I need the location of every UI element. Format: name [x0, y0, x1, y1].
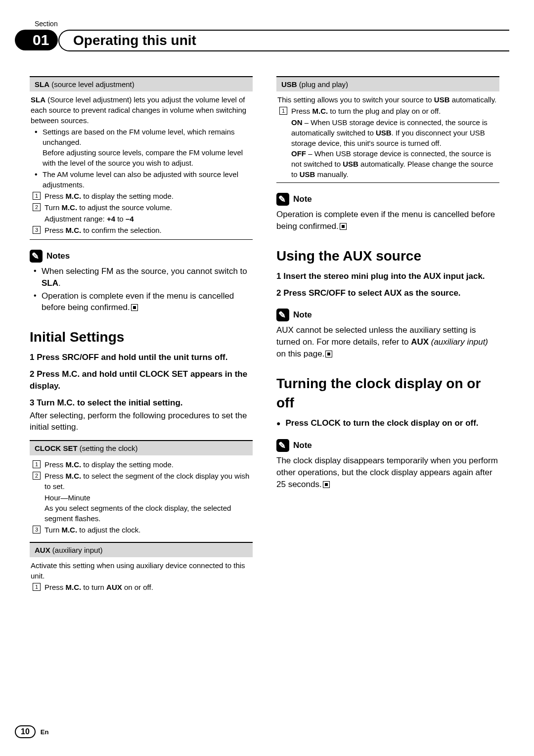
usb-off: OFF – When USB storage device is connect…	[277, 148, 498, 179]
t: Operation is complete even if the menu i…	[42, 291, 234, 312]
initial-step-3-after: After selecting, perform the following p…	[30, 410, 253, 434]
t: USB	[376, 129, 392, 137]
end-mark-icon	[323, 481, 330, 488]
initial-settings-heading: Initial Settings	[30, 327, 253, 347]
t: M.C.	[66, 460, 82, 469]
sla-b1-b: Before adjusting source levels, compare …	[43, 148, 243, 167]
t: OFF	[291, 149, 306, 158]
pencil-icon	[30, 250, 43, 263]
t: Turn	[44, 526, 61, 534]
t: manually.	[315, 170, 348, 178]
note3-heading: Note	[276, 439, 499, 452]
t: to display the setting mode.	[81, 192, 174, 200]
t: on or off.	[122, 583, 153, 591]
step-num-1: 1	[279, 107, 287, 115]
aux-step-1: 1Press M.C. to turn AUX on or off.	[31, 582, 252, 592]
t: to confirm the selection.	[81, 226, 162, 234]
t: to adjust the clock.	[77, 526, 140, 534]
t: Press	[44, 192, 66, 200]
note2-title: Note	[293, 309, 312, 321]
t: USB	[343, 160, 358, 168]
t: AUX	[106, 583, 122, 591]
t: .	[58, 278, 61, 288]
t: +4	[107, 215, 115, 223]
t: ON	[291, 118, 303, 127]
t: The clock display disappears temporarily…	[276, 456, 498, 489]
clock-step-1: 1Press M.C. to display the setting mode.	[31, 459, 252, 470]
step-num-1: 1	[33, 192, 41, 200]
sla-bullet-1: Settings are based on the FM volume leve…	[31, 127, 252, 168]
t: M.C.	[66, 472, 82, 480]
sla-body: SLA (Source level adjustment) lets you a…	[30, 91, 253, 240]
t: –4	[126, 215, 134, 223]
sla-step-1: 1Press M.C. to display the setting mode.	[31, 191, 252, 201]
t: M.C.	[66, 192, 82, 200]
section-label: Section	[30, 20, 499, 28]
t: to turn	[81, 583, 106, 591]
clock-step-2-hm: Hour—Minute	[31, 492, 252, 503]
aux-header: AUX (auxiliary input)	[30, 542, 253, 557]
content-columns: SLA (source level adjustment) SLA (Sourc…	[30, 73, 499, 596]
step-num-2: 2	[33, 203, 41, 211]
aux-src-step-1: 1 Insert the stereo mini plug into the A…	[276, 270, 499, 282]
sla-header-rest: (source level adjustment)	[49, 80, 134, 89]
t: SLA	[42, 278, 58, 288]
note1-title: Note	[293, 193, 312, 205]
t: (auxiliary input)	[50, 546, 103, 554]
notes-item-2: Operation is complete even if the menu i…	[30, 290, 253, 314]
t: to turn the plug and play on or off.	[328, 107, 441, 115]
sla-intro-bold: SLA	[31, 95, 45, 104]
t: M.C.	[312, 107, 328, 115]
note1-body: Operation is complete even if the menu i…	[276, 209, 499, 232]
clock-display-heading: Turning the clock display on or off	[276, 374, 499, 412]
t: 1 Insert the stereo mini plug into the A…	[276, 271, 485, 281]
t: Press	[44, 226, 66, 234]
sla-bullet-2: The AM volume level can also be adjusted…	[31, 169, 252, 190]
t: AUX	[35, 546, 50, 554]
page-language: En	[41, 728, 49, 736]
t: to	[115, 215, 126, 223]
notes-heading: Notes	[30, 250, 253, 263]
t: USB	[434, 95, 450, 104]
t: M.C.	[61, 526, 77, 534]
t: CLOCK SET	[35, 444, 78, 452]
pencil-icon	[276, 309, 289, 321]
sla-header-bold: SLA	[35, 80, 49, 89]
t: Press	[44, 472, 66, 480]
clock-step-3: 3Turn M.C. to adjust the clock.	[31, 525, 252, 535]
end-mark-icon	[340, 223, 347, 230]
t: Turn	[44, 203, 61, 212]
notes-title: Notes	[46, 250, 70, 262]
pencil-icon	[276, 193, 289, 206]
t: Adjustment range:	[44, 215, 107, 223]
aux-body: Activate this setting when using auxilia…	[30, 557, 253, 596]
usb-step-1: 1Press M.C. to turn the plug and play on…	[277, 106, 498, 116]
clock-step-2-flash: As you select segments of the clock disp…	[31, 503, 252, 524]
usb-on: ON – When USB storage device is connecte…	[277, 117, 498, 148]
initial-step-1: 1 Press SRC/OFF and hold until the unit …	[30, 352, 253, 363]
t: to adjust the source volume.	[77, 203, 172, 212]
step-num-1: 1	[33, 460, 41, 468]
t: USB	[281, 80, 297, 89]
t: on this page.	[276, 349, 324, 358]
section-number-pill: 01	[15, 30, 58, 50]
clock-set-header: CLOCK SET (setting the clock)	[30, 440, 253, 455]
right-column: USB (plug and play) This setting allows …	[276, 73, 499, 596]
t: Press	[44, 460, 66, 469]
page-footer: 10 En	[15, 725, 48, 738]
t: automatically.	[449, 95, 496, 104]
step-num-3: 3	[33, 526, 41, 534]
note1-heading: Note	[276, 193, 499, 206]
clock-set-body: 1Press M.C. to display the setting mode.…	[30, 455, 253, 539]
t: Press CLOCK to turn the clock display on…	[285, 418, 478, 428]
t: M.C.	[66, 226, 82, 234]
end-mark-icon	[325, 351, 332, 357]
aux-source-heading: Using the AUX source	[276, 246, 499, 266]
t: to display the setting mode.	[81, 460, 174, 469]
t: 3 Turn M.C. to select the initial settin…	[30, 398, 183, 407]
clock-step-2: 2Press M.C. to select the segment of the…	[31, 471, 252, 491]
t: When selecting FM as the source, you can…	[42, 267, 247, 276]
sla-step-2-range: Adjustment range: +4 to –4	[31, 214, 252, 224]
sla-b1-a: Settings are based on the FM volume leve…	[43, 128, 235, 146]
sla-intro-rest: (Source level adjustment) lets you adjus…	[31, 95, 246, 125]
